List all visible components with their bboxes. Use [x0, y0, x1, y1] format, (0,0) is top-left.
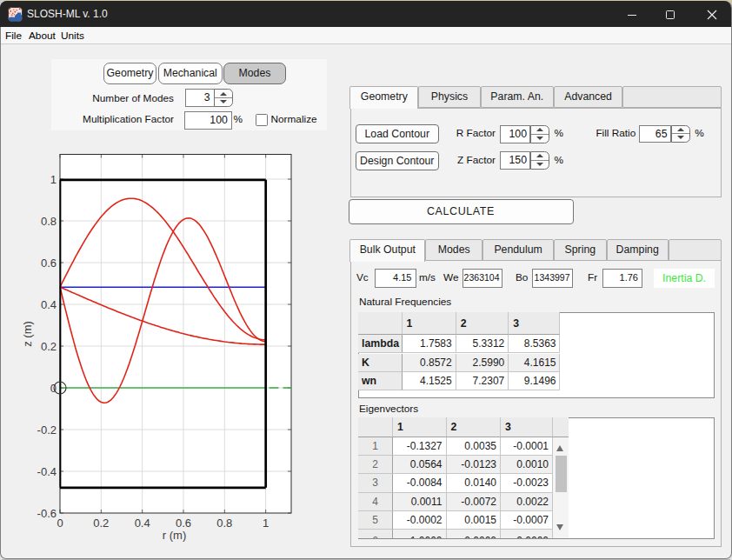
svg-text:0.8: 0.8 [216, 517, 232, 530]
svg-text:0.2: 0.2 [41, 340, 57, 353]
svg-text:-0.4: -0.4 [37, 465, 57, 478]
svg-text:0.4: 0.4 [41, 298, 57, 311]
svg-text:0: 0 [50, 382, 57, 395]
svg-text:1: 1 [263, 517, 269, 530]
svg-text:0.6: 0.6 [176, 517, 191, 530]
svg-text:1: 1 [50, 173, 57, 186]
svg-text:-0.6: -0.6 [37, 507, 57, 520]
svg-text:0.8: 0.8 [41, 215, 57, 228]
svg-text:0.6: 0.6 [41, 257, 57, 270]
svg-text:z (m): z (m) [21, 321, 34, 347]
svg-text:-0.2: -0.2 [37, 423, 57, 437]
svg-text:0.2: 0.2 [93, 517, 109, 530]
svg-text:0: 0 [57, 517, 63, 530]
svg-text:0.4: 0.4 [135, 517, 150, 530]
svg-text:r (m): r (m) [163, 529, 186, 542]
